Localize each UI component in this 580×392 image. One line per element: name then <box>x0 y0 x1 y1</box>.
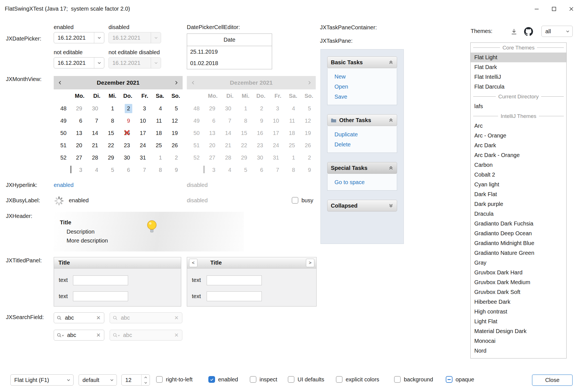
day-cell[interactable]: 13 <box>71 127 87 139</box>
theme-item[interactable]: Arc Dark - Orange <box>471 150 566 160</box>
day-cell[interactable]: 12 <box>167 115 183 127</box>
maximize-button[interactable] <box>545 0 563 18</box>
day-cell[interactable]: 25 <box>151 139 167 151</box>
theme-item[interactable]: High contrast <box>471 307 566 317</box>
text-input[interactable] <box>207 275 262 285</box>
theme-item[interactable]: Cobalt 2 <box>471 170 566 180</box>
day-cell[interactable]: 15 <box>103 127 119 139</box>
search-value[interactable]: abc <box>65 315 96 321</box>
datepicker-value[interactable]: 16.12.2021 <box>54 35 94 41</box>
collapse-icon[interactable] <box>388 60 393 65</box>
next-button[interactable]: > <box>306 259 314 267</box>
theme-item[interactable]: Gradianto Nature Green <box>471 248 566 258</box>
expand-icon[interactable] <box>388 203 393 208</box>
theme-item[interactable]: Light Flat <box>471 317 566 326</box>
task-link-duplicate[interactable]: Duplicate <box>334 131 394 138</box>
day-cell[interactable]: 2 <box>167 151 183 164</box>
day-cell[interactable]: 21 <box>87 139 103 151</box>
theme-item[interactable]: Arc <box>471 121 566 131</box>
next-month-button[interactable] <box>170 76 183 89</box>
checkbox-enabled[interactable]: enabled <box>208 376 238 383</box>
day-cell[interactable]: 4 <box>151 102 167 115</box>
prev-button[interactable]: < <box>189 259 197 267</box>
checkbox-opaque[interactable]: opaque <box>446 376 474 383</box>
day-cell[interactable]: 16 <box>119 127 135 139</box>
task-link-delete[interactable]: Delete <box>334 141 394 148</box>
chevron-down-icon[interactable] <box>94 58 104 68</box>
taskpane-header-basic-tasks[interactable]: Basic Tasks <box>327 56 397 68</box>
day-cell[interactable]: 18 <box>151 127 167 139</box>
taskpane-header-collapsed[interactable]: Collapsed <box>327 200 397 212</box>
day-cell[interactable]: 11 <box>151 115 167 127</box>
clear-icon[interactable]: ✕ <box>96 332 101 338</box>
day-cell[interactable]: 30 <box>87 102 103 115</box>
search-value[interactable]: abc <box>67 332 96 338</box>
theme-item[interactable]: Cyan light <box>471 180 566 189</box>
day-cell[interactable]: 9 <box>167 164 183 176</box>
chevron-down-icon[interactable] <box>94 32 104 43</box>
datepicker-enabled[interactable]: 16.12.2021 <box>54 32 104 43</box>
day-cell[interactable]: 24 <box>135 139 151 151</box>
day-cell[interactable]: 1 <box>103 102 119 115</box>
day-cell[interactable]: 23 <box>119 139 135 151</box>
spinner-up-button[interactable] <box>142 375 150 380</box>
day-cell[interactable]: 7 <box>135 164 151 176</box>
theme-item[interactable]: Hiberbee Dark <box>471 297 566 307</box>
theme-item[interactable]: Gradianto Midnight Blue <box>471 238 566 248</box>
theme-item[interactable]: Gruvbox Dark Medium <box>471 277 566 287</box>
collapse-icon[interactable] <box>388 165 393 170</box>
theme-item[interactable]: Flat Darcula <box>471 82 566 92</box>
table-row[interactable]: 25.11.2019 <box>187 46 272 58</box>
datepicker-not-editable[interactable]: 16.12.2021 <box>54 57 104 68</box>
day-cell[interactable]: 10 <box>135 115 151 127</box>
search-with-menu-icon[interactable] <box>57 333 64 338</box>
text-input[interactable] <box>73 275 128 285</box>
checkbox-busy[interactable]: busy <box>292 197 313 204</box>
task-link-new[interactable]: New <box>334 73 394 80</box>
theme-filter-combobox[interactable]: all <box>541 26 573 37</box>
theme-item[interactable]: Gradianto Deep Ocean <box>471 229 566 238</box>
theme-item[interactable]: Dracula <box>471 209 566 219</box>
day-cell[interactable]: 6 <box>119 164 135 176</box>
day-cell[interactable]: 5 <box>167 102 183 115</box>
theme-item[interactable]: Material Design Dark <box>471 326 566 336</box>
checkbox-ui-defaults[interactable]: UI defaults <box>288 376 324 383</box>
theme-item[interactable]: Flat Dark <box>471 62 566 72</box>
theme-item[interactable]: Arc - Orange <box>471 131 566 141</box>
day-cell[interactable]: 5 <box>103 164 119 176</box>
day-cell[interactable]: 22 <box>103 139 119 151</box>
font-size-spinner[interactable]: 12 <box>121 374 150 386</box>
theme-item[interactable]: Nord <box>471 346 566 356</box>
day-cell[interactable]: 14 <box>87 127 103 139</box>
day-cell[interactable]: 28 <box>87 151 103 164</box>
day-cell[interactable]: 20 <box>71 139 87 151</box>
table-row[interactable]: 01.02.2018 <box>187 58 272 69</box>
day-cell[interactable]: 27 <box>71 151 87 164</box>
spinner-down-button[interactable] <box>142 380 150 385</box>
theme-item[interactable]: Dark Flat <box>471 189 566 199</box>
clear-icon[interactable]: ✕ <box>96 315 101 321</box>
day-cell[interactable]: 17 <box>135 127 151 139</box>
window-close-button[interactable] <box>563 0 580 18</box>
day-cell[interactable]: 29 <box>71 102 87 115</box>
task-link-save[interactable]: Save <box>334 93 394 101</box>
theme-item[interactable]: Gradianto Dark Fuchsia <box>471 219 566 229</box>
day-cell[interactable]: 3 <box>135 102 151 115</box>
title-bar[interactable]: FlatSwingXTest (Java 17; system scale fa… <box>0 0 580 18</box>
laf-combobox[interactable]: Flat Light (F1) <box>10 374 74 386</box>
day-cell[interactable]: 4 <box>87 164 103 176</box>
day-cell[interactable]: 2 <box>119 102 135 115</box>
text-input[interactable] <box>73 291 128 301</box>
theme-item[interactable]: Gruvbox Dark Hard <box>471 268 566 277</box>
hyperlink-enabled[interactable]: enabled <box>54 182 74 188</box>
day-cell[interactable]: 9 <box>119 115 135 127</box>
day-cell[interactable]: 3 <box>71 164 87 176</box>
day-cell[interactable]: 6 <box>71 115 87 127</box>
search-field-enabled[interactable]: abc ✕ <box>54 312 104 323</box>
checkbox-right-to-left[interactable]: right-to-left <box>156 376 193 383</box>
theme-list[interactable]: Core ThemesFlat LightFlat DarkFlat Intel… <box>470 42 567 358</box>
checkbox-background[interactable]: background <box>394 376 433 383</box>
minimize-button[interactable] <box>528 0 545 18</box>
theme-item[interactable]: Flat Light <box>471 53 566 62</box>
collapse-icon[interactable] <box>388 118 393 123</box>
